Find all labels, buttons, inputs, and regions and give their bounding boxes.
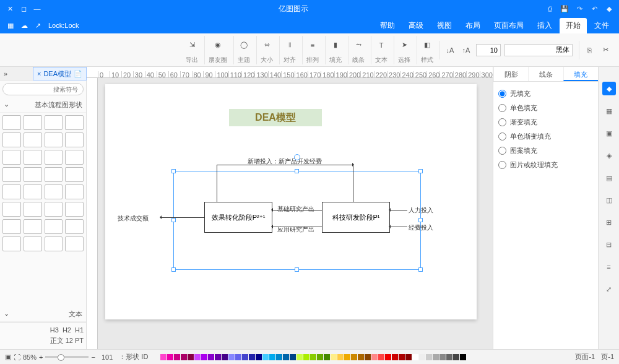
shape-stencil[interactable] <box>24 132 42 147</box>
shape-stencil[interactable] <box>65 150 84 165</box>
shape-stencil[interactable] <box>2 184 21 199</box>
label-out[interactable]: 技术成交额 <box>118 214 149 223</box>
tree-icon[interactable]: ⊟ <box>602 238 616 251</box>
resize-handle[interactable] <box>171 218 176 222</box>
color-swatch[interactable] <box>324 354 330 360</box>
color-swatch[interactable] <box>249 354 255 360</box>
color-swatch[interactable] <box>201 354 207 360</box>
color-swatch[interactable] <box>160 354 167 360</box>
shape-stencil[interactable] <box>65 115 84 130</box>
diagram-title[interactable]: DEA模型 <box>229 109 322 126</box>
text-section[interactable]: 文本 <box>69 310 82 319</box>
arrange-icon[interactable]: ≡ <box>306 39 319 51</box>
shape-stencil[interactable] <box>45 132 63 147</box>
menu-tab-1[interactable]: 开始 <box>560 18 587 33</box>
shape-stencil[interactable] <box>65 184 84 199</box>
minimize-icon[interactable]: — <box>32 4 42 14</box>
font-select[interactable] <box>504 44 573 56</box>
fill-icon[interactable]: ▮ <box>329 39 342 51</box>
color-swatch[interactable] <box>399 354 405 360</box>
tab-line[interactable]: 线条 <box>528 67 563 81</box>
cloud-icon[interactable]: ☁ <box>17 20 32 32</box>
layers-icon[interactable]: ◈ <box>602 149 616 162</box>
fullscreen-icon[interactable]: ▣ <box>5 353 11 361</box>
connector-h[interactable] <box>217 165 353 165</box>
label-mid1[interactable]: 基础研究产出 <box>277 205 314 214</box>
arrow[interactable] <box>272 210 322 210</box>
menu-tab-2[interactable]: 插入 <box>531 18 558 33</box>
chevron-down-icon[interactable]: ⌄ <box>4 310 9 319</box>
menu-tab-5[interactable]: 视图 <box>431 18 458 33</box>
close-icon[interactable]: ✕ <box>5 4 15 14</box>
color-swatch[interactable] <box>283 354 289 360</box>
shape-stencil[interactable] <box>24 167 42 182</box>
color-swatch[interactable] <box>453 354 459 360</box>
color-swatch[interactable] <box>344 354 350 360</box>
fill-option-3[interactable]: 单色渐变填充 <box>497 129 594 144</box>
apps-icon[interactable]: ▦ <box>602 104 616 118</box>
color-swatch[interactable] <box>426 354 432 360</box>
page-icon[interactable]: ▤ <box>602 171 616 184</box>
size-icon[interactable]: ⬄ <box>261 39 273 51</box>
color-swatch[interactable] <box>331 354 337 360</box>
color-swatch[interactable] <box>215 354 221 360</box>
color-swatch[interactable] <box>303 354 310 360</box>
color-swatch[interactable] <box>208 354 214 360</box>
shape-stencil[interactable] <box>24 202 42 217</box>
lib-collapse-icon[interactable]: « <box>4 67 7 80</box>
connector-v[interactable] <box>353 165 353 202</box>
text-icon[interactable]: T <box>375 39 387 51</box>
shape-stencil[interactable] <box>2 202 21 217</box>
color-swatch[interactable] <box>194 354 201 360</box>
font-size-select[interactable] <box>476 44 501 56</box>
cut-icon[interactable]: ✂ <box>599 44 612 56</box>
arrow[interactable] <box>390 227 407 227</box>
color-swatch[interactable] <box>378 354 384 360</box>
redo-icon[interactable]: ↷ <box>574 4 584 14</box>
lib-section[interactable]: 基本流程图形状 <box>35 100 82 110</box>
shape-stencil[interactable] <box>24 115 42 130</box>
color-swatch[interactable] <box>228 354 235 360</box>
maximize-icon[interactable]: ◻ <box>19 4 28 14</box>
color-swatch[interactable] <box>405 354 412 360</box>
menu-tab-4[interactable]: 布局 <box>459 18 487 33</box>
shape-stencil[interactable] <box>45 167 63 182</box>
chart-icon[interactable]: ◫ <box>602 193 616 207</box>
tab-fill[interactable]: 填充 <box>563 67 598 81</box>
copy-icon[interactable]: ⎘ <box>583 44 595 56</box>
text-tool-icon[interactable]: ≡ <box>602 260 616 274</box>
color-swatch[interactable] <box>419 354 425 360</box>
color-swatch[interactable] <box>188 354 194 360</box>
style-icon[interactable]: ◧ <box>421 39 433 51</box>
fill-option-0[interactable]: 无填充 <box>497 87 594 101</box>
doc-tab-close[interactable]: × <box>37 70 41 77</box>
share-icon[interactable]: ↗ <box>32 20 45 32</box>
menu-tab-6[interactable]: 高级 <box>402 18 430 33</box>
resize-handle[interactable] <box>171 169 176 173</box>
color-swatch[interactable] <box>460 354 466 360</box>
lock-tool[interactable]: Lock:Lock <box>45 20 83 31</box>
fill-option-2[interactable]: 渐变填充 <box>497 115 594 129</box>
symbol-search-input[interactable] <box>2 83 84 95</box>
document-tab[interactable]: 📄 DEA模型 × <box>33 67 87 80</box>
resize-handle[interactable] <box>171 267 176 272</box>
menu-tab-7[interactable]: 帮助 <box>374 18 401 33</box>
color-swatch[interactable] <box>433 354 439 360</box>
color-swatch[interactable] <box>262 354 269 360</box>
color-swatch[interactable] <box>337 354 344 360</box>
save-icon[interactable]: 💾 <box>560 4 569 14</box>
font-decrease-icon[interactable]: A↓ <box>444 44 456 56</box>
align-icon[interactable]: ⫴ <box>284 39 296 51</box>
resize-handle[interactable] <box>295 267 299 272</box>
color-swatch[interactable] <box>174 354 180 360</box>
shape-stencil[interactable] <box>65 167 84 182</box>
shape-stencil[interactable] <box>65 132 84 147</box>
theme-icon[interactable]: ◯ <box>238 39 250 51</box>
print-icon[interactable]: ⎙ <box>545 4 555 14</box>
color-swatch[interactable] <box>351 354 357 360</box>
zoom-value[interactable]: 85% <box>23 353 37 361</box>
fill-option-1[interactable]: 单色填充 <box>497 101 594 115</box>
shape-stencil[interactable] <box>2 167 21 182</box>
color-swatch[interactable] <box>412 354 418 360</box>
shape-stencil[interactable] <box>24 184 42 199</box>
